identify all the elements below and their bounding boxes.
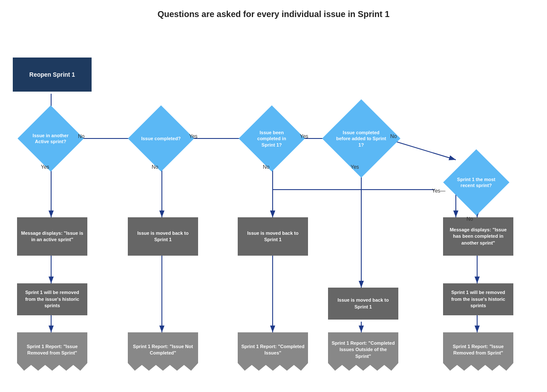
report-col3: Sprint 1 Report: "Completed Issues" (238, 332, 308, 371)
label-yes-d3: Yes (300, 133, 308, 139)
box-active-sprint-message: Message displays: "Issue is in an active… (17, 217, 87, 256)
report-col2: Sprint 1 Report: "Issue Not Completed" (128, 332, 198, 371)
diamond-d4: Issue completed before added to Sprint 1… (322, 99, 400, 178)
report-col5: Sprint 1 Report: "Issue Removed from Spr… (443, 332, 513, 371)
diamond-d3: Issue been completed in Sprint 1? (239, 105, 305, 172)
box-completed-another-sprint: Message displays: "Issue has been comple… (443, 217, 513, 256)
label-no-d1: No (78, 133, 84, 139)
label-yes-d5: Yes— (432, 188, 446, 194)
diamond-d5: Sprint 1 the most recent sprint? (443, 149, 510, 216)
reopen-sprint-box: Reopen Sprint 1 (13, 58, 92, 92)
box-moved-back-col4: Issue is moved back to Sprint 1 (328, 288, 398, 320)
label-yes-d2: Yes (189, 133, 198, 139)
box-removed-historic-col1: Sprint 1 will be removed from the issue'… (17, 283, 87, 315)
label-no-d4: No (390, 133, 397, 139)
diagram-area: Reopen Sprint 1 Issue in another Active … (0, 23, 547, 390)
report-col4: Sprint 1 Report: "Completed Issues Outsi… (328, 332, 398, 371)
label-no-d3: No (263, 164, 269, 170)
diamond-d1: Issue in another Active sprint? (17, 105, 84, 172)
box-removed-historic-col5: Sprint 1 will be removed from the issue'… (443, 283, 513, 315)
label-yes-d4: Yes (351, 164, 359, 170)
box-moved-back-col2: Issue is moved back to Sprint 1 (128, 217, 198, 256)
page-title: Questions are asked for every individual… (0, 0, 547, 23)
box-moved-back-col3: Issue is moved back to Sprint 1 (238, 217, 308, 256)
diamond-d2: Issue completed? (128, 105, 194, 172)
label-no-d5: No (466, 216, 473, 222)
label-no-d2: No (152, 164, 158, 170)
report-col1: Sprint 1 Report: "Issue Removed from Spr… (17, 332, 87, 371)
label-yes-d1: Yes (41, 164, 49, 170)
